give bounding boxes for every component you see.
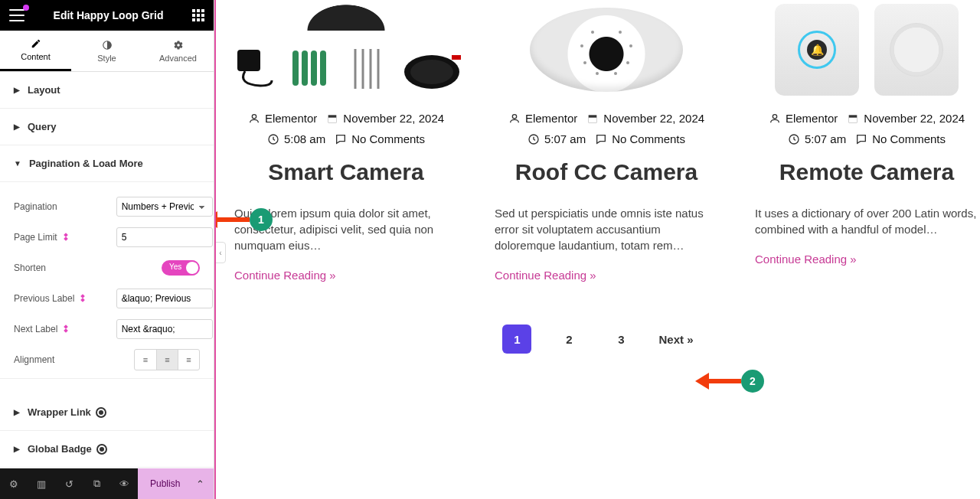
card-time: 5:08 am xyxy=(284,132,325,145)
menu-button[interactable] xyxy=(9,8,24,23)
gear-icon xyxy=(173,40,184,51)
user-icon xyxy=(769,113,781,125)
navigator-button[interactable]: ▥ xyxy=(28,468,55,499)
toggle-text: Yes xyxy=(169,263,181,271)
sidebar-footer: ⚙ ▥ ↺ ⧉ 👁 Publish ⌃ xyxy=(0,468,214,499)
card-time: 5:07 am xyxy=(805,132,846,145)
screws-icon xyxy=(349,46,387,92)
page-2[interactable]: 2 xyxy=(554,325,583,354)
card-author: Elementor xyxy=(265,112,317,125)
user-icon xyxy=(248,113,260,125)
card-excerpt: It uses a dictionary of over 200 Latin w… xyxy=(752,205,980,237)
svg-rect-23 xyxy=(849,117,858,122)
section-pagination-label: Pagination & Load More xyxy=(29,158,143,169)
tab-content-label: Content xyxy=(21,52,51,61)
card-date: November 22, 2024 xyxy=(864,112,965,125)
tab-style[interactable]: Style xyxy=(71,31,142,71)
caret-right-icon: ▶ xyxy=(14,445,20,453)
section-query[interactable]: ▶Query xyxy=(0,109,214,145)
page-3[interactable]: 3 xyxy=(606,325,635,354)
publish-options-button[interactable]: ⌃ xyxy=(186,468,214,499)
svg-rect-3 xyxy=(302,51,308,86)
panel-title: Edit Happy Loop Grid xyxy=(24,9,192,21)
clock-icon xyxy=(267,133,279,145)
section-layout[interactable]: ▶Layout xyxy=(0,72,214,109)
prev-label-input[interactable] xyxy=(116,289,213,308)
card-title[interactable]: Remote Camera xyxy=(779,159,954,185)
settings-button[interactable]: ⚙ xyxy=(0,468,28,499)
caret-right-icon: ▶ xyxy=(14,122,20,131)
caret-down-icon: ▼ xyxy=(14,159,21,168)
alignment-group: ≡ ≡ ≡ xyxy=(134,349,200,370)
preview-button[interactable]: 👁 xyxy=(110,468,138,499)
card-date: November 22, 2024 xyxy=(343,112,444,125)
read-more-link[interactable]: Continue Reading » xyxy=(231,269,336,282)
widgets-grid-button[interactable] xyxy=(192,9,204,21)
card-date: November 22, 2024 xyxy=(603,112,704,125)
svg-rect-19 xyxy=(589,117,597,122)
tab-style-label: Style xyxy=(97,54,116,63)
shorten-label: Shorten xyxy=(14,263,46,273)
clock-icon xyxy=(788,133,800,145)
svg-rect-5 xyxy=(320,51,326,86)
collapse-panel-handle[interactable]: ‹ xyxy=(215,242,226,263)
post-card: Elementor November 22, 2024 5:07 am No C… xyxy=(492,0,721,282)
unsaved-indicator-icon xyxy=(23,5,29,11)
card-author: Elementor xyxy=(786,112,838,125)
card-title[interactable]: Smart Camera xyxy=(268,159,423,185)
caret-right-icon: ▶ xyxy=(14,86,20,94)
comment-icon xyxy=(855,133,867,145)
calendar-icon xyxy=(326,113,338,125)
contrast-icon xyxy=(102,40,113,51)
card-comments: No Comments xyxy=(351,132,425,145)
svg-point-13 xyxy=(252,114,256,118)
svg-point-21 xyxy=(773,114,776,118)
prev-label-label: Previous Label xyxy=(14,293,116,304)
align-right-button[interactable]: ≡ xyxy=(178,350,199,370)
cable-reel-icon xyxy=(401,46,462,92)
svg-point-11 xyxy=(410,60,453,84)
card-image: 🔔 xyxy=(752,0,980,99)
svg-rect-1 xyxy=(237,50,260,71)
tab-advanced[interactable]: Advanced xyxy=(142,31,214,71)
card-image xyxy=(492,0,721,99)
svg-rect-12 xyxy=(452,55,461,60)
svg-rect-2 xyxy=(292,51,299,86)
read-more-link[interactable]: Continue Reading » xyxy=(752,253,857,266)
panel-tabs: Content Style Advanced xyxy=(0,31,214,72)
section-pagination[interactable]: ▼Pagination & Load More xyxy=(0,145,214,182)
section-wrapper-label: Wrapper Link xyxy=(28,406,91,418)
tab-advanced-label: Advanced xyxy=(159,54,197,63)
responsive-button[interactable]: ⧉ xyxy=(83,468,110,499)
page-limit-input[interactable] xyxy=(116,227,213,247)
clock-icon xyxy=(528,133,540,145)
page-next[interactable]: Next » xyxy=(658,333,693,346)
shorten-toggle[interactable]: Yes xyxy=(162,260,200,276)
align-center-button[interactable]: ≡ xyxy=(156,350,178,370)
section-wrapper-link[interactable]: ▶Wrapper Link xyxy=(0,394,214,431)
read-more-link[interactable]: Continue Reading » xyxy=(492,269,596,282)
pagination-select[interactable]: Numbers + Previous xyxy=(116,197,213,217)
badge-icon xyxy=(96,444,107,455)
pagination: 1 2 3 Next » xyxy=(216,325,980,354)
calendar-icon xyxy=(847,113,859,125)
align-left-button[interactable]: ≡ xyxy=(135,350,156,370)
svg-rect-15 xyxy=(328,117,337,122)
card-title[interactable]: Roof CC Camera xyxy=(515,159,697,185)
section-global-badge-label: Global Badge xyxy=(28,443,92,455)
publish-button[interactable]: Publish xyxy=(138,468,186,499)
page-1[interactable]: 1 xyxy=(502,325,531,354)
link-icon xyxy=(96,407,106,418)
card-image xyxy=(231,0,461,99)
card-author: Elementor xyxy=(525,112,577,125)
pagination-label: Pagination xyxy=(14,201,116,212)
next-label-input[interactable] xyxy=(116,319,213,339)
history-button[interactable]: ↺ xyxy=(55,468,83,499)
section-global-badge[interactable]: ▶Global Badge xyxy=(0,431,214,468)
card-comments: No Comments xyxy=(872,132,946,145)
card-time: 5:07 am xyxy=(544,132,586,145)
dynamic-icon xyxy=(62,325,70,333)
tab-content[interactable]: Content xyxy=(0,31,71,71)
svg-point-17 xyxy=(512,114,516,118)
post-card: 🔔 Elementor November 22, 2024 5:07 am No… xyxy=(752,0,980,282)
